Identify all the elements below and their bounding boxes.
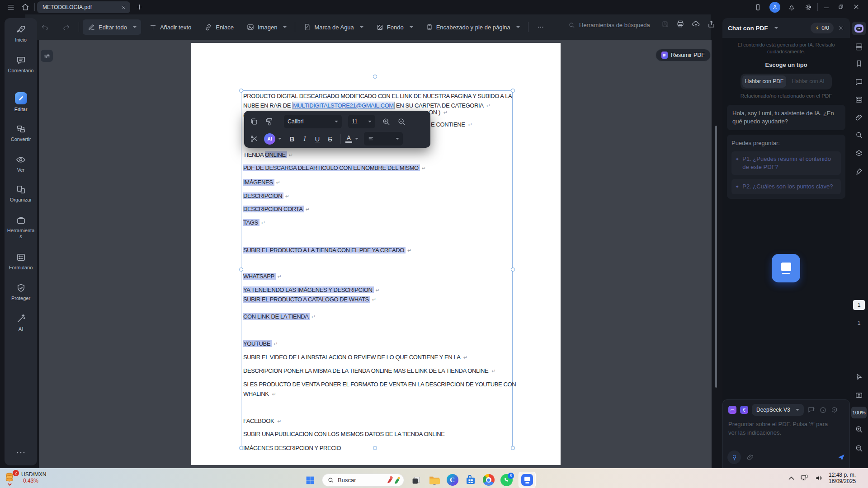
close-button[interactable]	[853, 3, 860, 12]
zoom-level[interactable]: 100%	[851, 407, 867, 418]
resumir-chip-icon[interactable]: ▭	[728, 406, 736, 414]
zoom-in-tool[interactable]	[854, 425, 863, 436]
microsoft-store-button[interactable]	[464, 474, 476, 486]
italic-button[interactable]: I	[299, 135, 311, 143]
search-tab[interactable]	[855, 131, 863, 141]
assistant-fab[interactable]	[772, 254, 800, 282]
sidebar-item-proteger[interactable]: Proteger	[5, 283, 37, 301]
document-scrollbar[interactable]	[715, 126, 717, 388]
bookmarks-tab[interactable]	[855, 59, 863, 70]
history-clock-icon[interactable]	[819, 406, 827, 414]
attachments-tab[interactable]	[855, 113, 863, 123]
layers-tab[interactable]	[855, 149, 863, 160]
font-color-button[interactable]: A	[345, 135, 359, 143]
search-tools[interactable]: Herramientas de búsqueda	[568, 21, 650, 29]
taskbar-search-box[interactable]: Buscar	[322, 474, 404, 487]
suggestion-q2[interactable]: ✦ P2. ¿Cuáles son los puntos clave?	[731, 179, 841, 194]
sidebar-item-ver[interactable]: Ver	[5, 155, 37, 173]
chat-input[interactable]: Preguntar sobre el PDF. Pulsa '#' para v…	[728, 420, 837, 437]
add-text-button[interactable]: Añadir texto	[145, 19, 196, 35]
header-footer-button[interactable]: Encabezado y pie de página	[421, 19, 524, 35]
credits-badge[interactable]: 0/0	[811, 23, 834, 33]
start-button[interactable]	[304, 474, 316, 486]
new-tab-button[interactable]	[136, 3, 143, 13]
bold-button[interactable]: B	[286, 135, 298, 143]
pdf-page[interactable]: PRODUCTO DIGITAL DESCARGADO MODIFICADO C…	[191, 43, 561, 465]
handle-bottom-center[interactable]	[373, 446, 377, 450]
talk-with-pdf-tab[interactable]: Hablar con PDF	[742, 75, 786, 88]
avatar[interactable]	[769, 2, 780, 13]
sidebar-item-formulario[interactable]: Formulario	[5, 252, 37, 271]
new-chat-icon[interactable]	[807, 406, 816, 414]
font-family-select[interactable]: Calibri	[284, 115, 342, 128]
clock[interactable]: 12:48 p. m. 16/09/2025	[829, 472, 856, 484]
suggestion-q1[interactable]: ✦ P1. ¿Puedes resumir el contenido de es…	[731, 151, 841, 175]
print-button[interactable]	[676, 19, 685, 30]
network-icon[interactable]	[800, 474, 809, 482]
page-current-box[interactable]: 1	[853, 300, 865, 310]
redo-button[interactable]	[57, 19, 75, 35]
restore-button[interactable]	[837, 3, 844, 12]
insight-lightbulb-button[interactable]	[727, 450, 741, 464]
attach-paperclip-icon[interactable]	[746, 453, 755, 461]
edit-all-button[interactable]: Editar todo	[83, 19, 141, 35]
ai-robot-tab[interactable]	[852, 22, 866, 35]
zoom-out-icon[interactable]	[397, 117, 406, 126]
rotate-handle[interactable]	[373, 75, 377, 79]
undo-button[interactable]	[36, 19, 54, 35]
minimize-button[interactable]	[823, 4, 830, 13]
handle-top-left[interactable]	[239, 89, 243, 93]
fit-width-tool[interactable]	[854, 391, 863, 401]
handle-bottom-right[interactable]	[511, 446, 515, 450]
handle-mid-right[interactable]	[511, 267, 515, 272]
sidebar-item-convertir[interactable]: Convertir	[5, 124, 37, 142]
whatsapp-button[interactable]: 5	[500, 474, 513, 486]
cloud-upload-button[interactable]	[691, 19, 701, 30]
close-panel-icon[interactable]	[838, 25, 844, 31]
mobile-device-icon[interactable]	[754, 3, 762, 13]
chat-type-dropdown[interactable]: Chat con PDF	[728, 25, 778, 32]
font-size-select[interactable]: 11	[348, 115, 375, 128]
sidebar-item-comentario[interactable]: Comentario	[5, 55, 37, 74]
form-fields-tab[interactable]	[855, 95, 863, 106]
comments-tab[interactable]	[855, 78, 863, 88]
format-painter-icon[interactable]	[265, 117, 274, 126]
task-view-button[interactable]	[410, 474, 422, 486]
copy-icon[interactable]	[250, 117, 259, 126]
canva-button[interactable]: C	[446, 474, 458, 486]
zoom-in-icon[interactable]	[382, 117, 391, 126]
cut-scissors-icon[interactable]	[250, 134, 259, 143]
talk-with-ai-tab[interactable]: Hablar con AI	[786, 75, 830, 88]
save-button[interactable]	[661, 20, 670, 30]
handle-bottom-left[interactable]	[239, 446, 243, 450]
home-icon[interactable]	[21, 3, 30, 14]
sidebar-item-inicio[interactable]: Inicio	[5, 24, 37, 43]
settings-gear-icon[interactable]	[804, 3, 812, 13]
signature-tab[interactable]	[855, 167, 863, 178]
volume-icon[interactable]	[814, 474, 823, 482]
strikethrough-button[interactable]: S	[324, 135, 336, 143]
pointer-tool[interactable]	[855, 372, 863, 383]
sidebar-item-organizar[interactable]: Organizar	[5, 184, 37, 203]
wps-pdf-active-app[interactable]	[519, 472, 536, 488]
sidebar-item-herramientas[interactable]: Herramientas	[5, 215, 37, 239]
handle-mid-left[interactable]	[239, 267, 243, 272]
sidebar-item-editar[interactable]: Editar	[5, 92, 37, 113]
image-button[interactable]: Imagen	[242, 19, 291, 35]
sidebar-more-button[interactable]	[15, 450, 26, 458]
background-button[interactable]: Fondo	[372, 19, 418, 35]
link-button[interactable]: Enlace	[199, 19, 238, 35]
share-button[interactable]	[707, 20, 716, 30]
page-settings-button[interactable]	[41, 50, 53, 62]
thumbnails-tab[interactable]	[855, 42, 863, 53]
chrome-button[interactable]	[482, 474, 495, 486]
handle-top-right[interactable]	[511, 89, 515, 93]
zoom-out-tool[interactable]	[854, 444, 863, 455]
tab-close-icon[interactable]	[120, 4, 127, 10]
alignment-select[interactable]	[364, 132, 403, 145]
sidebar-item-ai[interactable]: AI	[5, 314, 37, 332]
file-explorer-button[interactable]	[428, 474, 440, 486]
underline-button[interactable]: U	[311, 135, 323, 143]
widgets-button[interactable]: 2 USD/MXN -0.43%	[5, 470, 46, 485]
tab-metodologia[interactable]: METODOLOGIA.pdf	[37, 1, 130, 13]
